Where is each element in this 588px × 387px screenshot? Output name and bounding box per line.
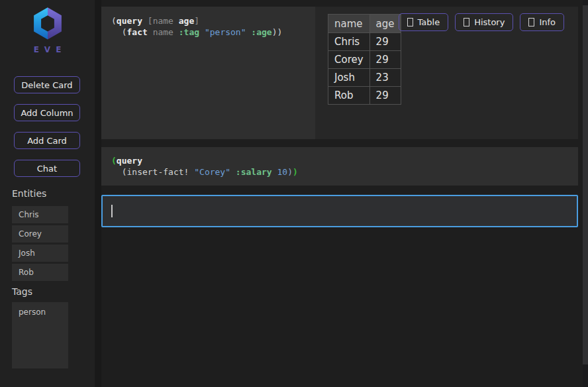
sidebar: EVE Delete CardAdd ColumnAdd CardChat En… — [0, 0, 95, 387]
scrollbar-thumb[interactable] — [583, 5, 588, 364]
table-cell: 29 — [369, 87, 401, 105]
table-cell: 29 — [369, 51, 401, 69]
column-header-name[interactable]: name — [328, 15, 370, 33]
toolbar-button-info[interactable]: Info — [520, 13, 564, 31]
entity-item-rob[interactable]: Rob — [12, 264, 68, 281]
sidebar-button-add-card[interactable]: Add Card — [14, 132, 80, 149]
text-cursor — [111, 205, 113, 217]
table-row: Chris29 — [328, 33, 401, 51]
table-cell: 23 — [369, 69, 401, 87]
toolbar-button-label: Info — [539, 17, 556, 27]
table-header-row: nameage — [328, 15, 401, 33]
code-editor-insert[interactable]: (query (insert-fact! "Corey" :salary 10)… — [101, 147, 578, 186]
query-card: (query [name age] (fact name :tag "perso… — [101, 7, 578, 139]
table-cell: Rob — [328, 87, 370, 105]
sidebar-divider — [95, 0, 101, 387]
eve-cube-icon — [26, 5, 70, 43]
toolbar-button-table[interactable]: Table — [399, 13, 449, 31]
toolbar-button-history[interactable]: History — [455, 13, 513, 31]
entity-item-josh[interactable]: Josh — [12, 245, 68, 262]
table-icon — [407, 18, 413, 27]
main-area: (query [name age] (fact name :tag "perso… — [101, 0, 578, 387]
query-code[interactable]: (query [name age] (fact name :tag "perso… — [101, 7, 315, 46]
eve-logo: EVE — [0, 5, 95, 54]
tag-list: person — [12, 302, 68, 368]
table-row: Corey29 — [328, 51, 401, 69]
table-cell: Chris — [328, 33, 370, 51]
history-icon — [464, 18, 469, 27]
table-row: Rob29 — [328, 87, 401, 105]
new-code-input[interactable] — [101, 195, 578, 227]
info-icon — [528, 18, 534, 27]
sidebar-button-chat[interactable]: Chat — [14, 160, 80, 177]
insert-code[interactable]: (query (insert-fact! "Corey" :salary 10)… — [101, 147, 578, 186]
tag-item-person[interactable]: person — [12, 302, 68, 368]
toolbar-button-label: History — [474, 17, 505, 27]
entities-heading: Entities — [12, 188, 46, 199]
table-cell: Josh — [328, 69, 370, 87]
sidebar-button-add-column[interactable]: Add Column — [14, 104, 80, 121]
query-result-panel: nameageChris29Corey29Josh23Rob29 TableHi… — [315, 7, 578, 139]
table-row: Josh23 — [328, 69, 401, 87]
insert-card: (query (insert-fact! "Corey" :salary 10)… — [101, 147, 578, 186]
code-editor-query[interactable]: (query [name age] (fact name :tag "perso… — [101, 7, 315, 139]
sidebar-button-delete-card[interactable]: Delete Card — [14, 76, 80, 93]
table-cell: Corey — [328, 51, 370, 69]
table-cell: 29 — [369, 33, 401, 51]
sidebar-actions: Delete CardAdd ColumnAdd CardChat — [14, 76, 80, 188]
eve-app-window: EVE Delete CardAdd ColumnAdd CardChat En… — [0, 0, 588, 387]
tags-heading: Tags — [12, 286, 32, 297]
logo-wordmark: EVE — [0, 45, 95, 54]
result-table: nameageChris29Corey29Josh23Rob29 — [328, 14, 401, 105]
column-header-age[interactable]: age — [369, 15, 401, 33]
scrollbar-track — [583, 0, 588, 387]
toolbar-button-label: Table — [418, 17, 440, 27]
entity-item-corey[interactable]: Corey — [12, 225, 68, 243]
entity-list: ChrisCoreyJoshRob — [12, 206, 68, 283]
card-toolbar: TableHistoryInfo — [399, 13, 564, 31]
entity-item-chris[interactable]: Chris — [12, 206, 68, 223]
